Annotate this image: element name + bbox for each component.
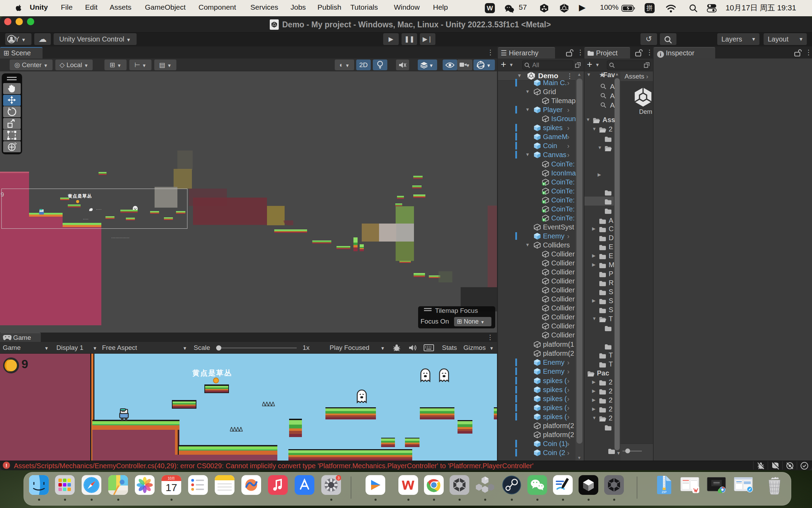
svg-text:10月: 10月 [168,477,175,480]
svg-text:17: 17 [166,482,177,493]
svg-text:ZIP: ZIP [662,490,666,494]
svg-text:3: 3 [338,476,340,480]
